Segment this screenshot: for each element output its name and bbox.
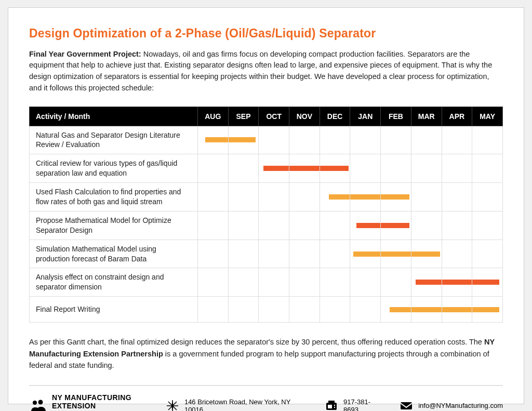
footer-divider xyxy=(29,385,503,386)
activity-cell: Simulation Mathematical Model using prod… xyxy=(30,240,198,268)
footer-email: info@NYManufacturing.com xyxy=(400,399,503,411)
gantt-bar xyxy=(289,166,320,171)
intro-lead: Final Year Government Project: xyxy=(29,50,141,58)
table-row: Natural Gas and Separator Design Literat… xyxy=(30,126,503,154)
svg-point-1 xyxy=(38,400,43,404)
svg-rect-8 xyxy=(401,402,412,409)
footer-phone: 917-381-8693 xyxy=(325,398,385,411)
month-cell xyxy=(381,126,411,154)
svg-rect-5 xyxy=(328,405,332,408)
email-text: info@NYManufacturing.com xyxy=(418,402,503,409)
month-cell xyxy=(411,183,442,211)
month-cell xyxy=(197,211,228,240)
month-cell xyxy=(289,154,320,183)
month-cell xyxy=(259,183,289,211)
gantt-bar xyxy=(381,251,411,257)
compass-icon xyxy=(166,399,179,411)
col-month: AUG xyxy=(197,107,228,126)
month-cell xyxy=(289,268,320,297)
phone-text: 917-381-8693 xyxy=(343,398,385,411)
gantt-bar xyxy=(411,251,440,257)
month-cell xyxy=(197,154,228,183)
col-month: APR xyxy=(442,107,472,126)
gantt-bar xyxy=(263,166,289,171)
month-cell xyxy=(289,126,320,154)
page-title: Design Optimization of a 2-Phase (Oil/Ga… xyxy=(29,26,503,41)
gantt-bar xyxy=(356,223,380,228)
gantt-bar xyxy=(381,223,409,228)
gantt-body: Natural Gas and Separator Design Literat… xyxy=(30,126,503,323)
month-cell xyxy=(411,154,442,183)
footer-address: 146 Bricetown Road, New York, NY 10016 xyxy=(166,398,310,411)
month-cell xyxy=(442,268,472,297)
svg-rect-4 xyxy=(328,401,335,404)
intro-paragraph: Final Year Government Project: Nowadays,… xyxy=(29,49,503,94)
table-row: Simulation Mathematical Model using prod… xyxy=(30,240,503,268)
month-cell xyxy=(259,154,289,183)
fax-icon xyxy=(325,399,338,411)
month-cell xyxy=(472,154,503,183)
activity-cell: Analysis effect on constraint design and… xyxy=(30,268,198,297)
gantt-bar xyxy=(390,307,410,312)
month-cell xyxy=(228,240,259,268)
table-row: Used Flash Calculation to find propertie… xyxy=(30,183,503,211)
month-cell xyxy=(350,240,381,268)
outro-paragraph: As per this Gantt chart, the final optim… xyxy=(29,336,503,371)
month-cell xyxy=(411,240,442,268)
col-month: JAN xyxy=(350,107,381,126)
month-cell xyxy=(197,126,228,154)
table-row: Critical review for various types of gas… xyxy=(30,154,503,183)
gantt-head: Activity / Month AUGSEPOCTNOVDECJANFEBMA… xyxy=(30,107,503,126)
month-cell xyxy=(472,268,503,297)
month-cell xyxy=(442,297,472,323)
month-cell xyxy=(350,297,381,323)
month-cell xyxy=(228,154,259,183)
footer-org: NY MANUFACTURING EXTENSION PARTNERSHIP xyxy=(29,393,151,411)
month-cell xyxy=(228,183,259,211)
month-cell xyxy=(228,268,259,297)
col-month: SEP xyxy=(228,107,259,126)
gantt-bar xyxy=(381,194,409,200)
month-cell xyxy=(259,240,289,268)
outro-pre: As per this Gantt chart, the final optim… xyxy=(29,338,484,346)
month-cell xyxy=(411,211,442,240)
month-cell xyxy=(228,211,259,240)
month-cell xyxy=(381,183,411,211)
month-cell xyxy=(320,211,350,240)
gantt-bar xyxy=(350,194,380,200)
gantt-bar xyxy=(472,280,499,285)
gantt-head-row: Activity / Month AUGSEPOCTNOVDECJANFEBMA… xyxy=(30,107,503,126)
month-cell xyxy=(228,126,259,154)
month-cell xyxy=(228,297,259,323)
activity-cell: Propose Mathematical Model for Optimize … xyxy=(30,211,198,240)
col-month: MAY xyxy=(472,107,503,126)
month-cell xyxy=(320,154,350,183)
month-cell xyxy=(350,183,381,211)
col-month: DEC xyxy=(320,107,350,126)
table-row: Final Report Writing xyxy=(30,297,503,323)
gantt-bar xyxy=(472,307,499,312)
gantt-bar xyxy=(442,307,472,312)
org-name: NY MANUFACTURING EXTENSION PARTNERSHIP xyxy=(52,393,151,411)
gantt-bar xyxy=(229,137,256,142)
table-row: Analysis effect on constraint design and… xyxy=(30,268,503,297)
month-cell xyxy=(289,240,320,268)
month-cell xyxy=(411,268,442,297)
gantt-bar xyxy=(416,280,441,285)
month-cell xyxy=(350,211,381,240)
address-text: 146 Bricetown Road, New York, NY 10016 xyxy=(184,398,310,411)
activity-cell: Natural Gas and Separator Design Literat… xyxy=(30,126,198,154)
month-cell xyxy=(442,240,472,268)
month-cell xyxy=(320,183,350,211)
gantt-bar xyxy=(320,166,349,171)
month-cell xyxy=(259,211,289,240)
mail-icon xyxy=(400,399,413,411)
svg-point-6 xyxy=(334,405,335,406)
document-page: Design Optimization of a 2-Phase (Oil/Ga… xyxy=(8,7,524,404)
activity-cell: Final Report Writing xyxy=(30,297,198,323)
col-month: MAR xyxy=(411,107,442,126)
month-cell xyxy=(381,211,411,240)
month-cell xyxy=(381,297,411,323)
org-line1: NY MANUFACTURING xyxy=(52,393,151,402)
month-cell xyxy=(472,240,503,268)
